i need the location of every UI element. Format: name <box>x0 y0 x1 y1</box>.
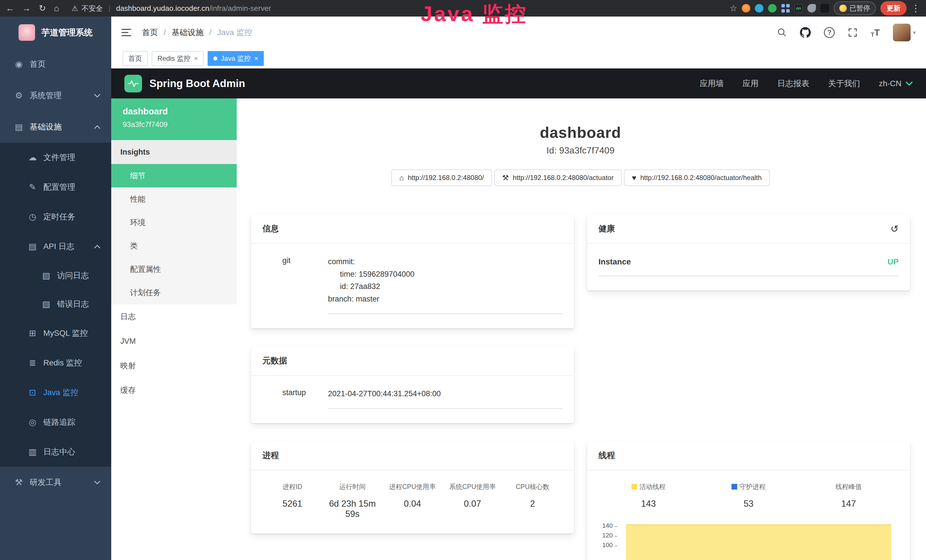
search-icon[interactable] <box>777 28 787 37</box>
timer-icon: ◷ <box>26 212 39 221</box>
history-icon[interactable]: ↺ <box>891 224 899 234</box>
sba-item-caches[interactable]: 缓存 <box>111 378 237 403</box>
sidebar-item-system-mgmt[interactable]: ⚙ 系统管理 <box>0 80 111 111</box>
tag-home[interactable]: 首页 <box>123 51 148 66</box>
sidebar-menu: ◉ 首页 ⚙ 系统管理 ▤ 基础设施 ☁ 文件管理 <box>0 48 111 498</box>
forward-icon[interactable]: → <box>22 4 31 12</box>
breadcrumb-separator: / <box>164 28 166 37</box>
sidebar-item-mysql-monitor[interactable]: ⊞ MySQL 监控 <box>0 318 111 348</box>
user-avatar[interactable]: ▾ <box>893 24 916 41</box>
sba-nav-about[interactable]: 关于我们 <box>828 78 860 89</box>
close-icon[interactable]: × <box>254 55 258 62</box>
extension-on-icon[interactable]: on <box>794 4 803 12</box>
sidebar-item-config-mgmt[interactable]: ✎ 配置管理 <box>0 172 111 202</box>
chevron-up-icon <box>94 125 100 129</box>
update-button[interactable]: 更新 <box>881 1 906 15</box>
address-divider: | <box>109 4 110 12</box>
sidebar-item-java-monitor[interactable]: ⊡ Java 监控 <box>0 378 111 407</box>
breadcrumb-infrastructure[interactable]: 基础设施 <box>172 27 204 38</box>
browser-home-icon[interactable]: ⌂ <box>54 4 59 12</box>
font-size-icon[interactable]: TT <box>871 27 880 38</box>
app-sidebar: 芋道管理系统 ◉ 首页 ⚙ 系统管理 ▤ 基础设施 ☁ <box>0 17 111 560</box>
close-icon[interactable]: × <box>194 55 198 62</box>
security-label[interactable]: 不安全 <box>82 4 103 13</box>
page-title: dashboard <box>251 124 910 141</box>
sba-item-jvm[interactable]: JVM <box>111 329 237 353</box>
health-url-button[interactable]: ♥ http://192.168.0.2:48080/actuator/heal… <box>624 170 770 186</box>
sidebar-item-api-logs[interactable]: ▤ API 日志 <box>0 232 111 261</box>
sba-item-classes[interactable]: 类 <box>111 234 237 257</box>
infrastructure-icon: ▤ <box>12 123 26 131</box>
sba-item-logs[interactable]: 日志 <box>111 304 237 329</box>
access-log-icon: ▨ <box>39 271 53 280</box>
tag-label: Redis 监控 <box>157 54 191 63</box>
avatar-image <box>893 24 911 41</box>
sba-instance-header[interactable]: dashboard 93a3fc7f7409 <box>111 98 237 140</box>
fullscreen-icon[interactable] <box>848 28 858 37</box>
bookmark-star-icon[interactable]: ☆ <box>729 4 737 12</box>
actuator-url-button[interactable]: ⚒ http://192.168.0.2:48080/actuator <box>494 170 622 186</box>
sba-item-metrics[interactable]: 性能 <box>111 188 237 211</box>
sba-brand[interactable]: Spring Boot Admin <box>150 77 245 89</box>
browser-menu-icon[interactable]: ⋮ <box>911 4 920 13</box>
app-logo[interactable]: 芋道管理系统 <box>0 17 111 48</box>
sidebar-item-file-mgmt[interactable]: ☁ 文件管理 <box>0 143 111 172</box>
sidebar-item-dev-tools[interactable]: ⚒ 研发工具 <box>0 467 111 498</box>
sba-item-config-properties[interactable]: 配置属性 <box>111 257 237 281</box>
sidebar-item-access-logs[interactable]: ▨ 访问日志 <box>0 261 111 290</box>
log-center-icon: ▥ <box>26 448 39 456</box>
extension-drop-icon[interactable] <box>755 4 763 12</box>
sba-locale-select[interactable]: zh-CN <box>879 79 913 88</box>
sidebar-item-redis-monitor[interactable]: ≣ Redis 监控 <box>0 348 111 378</box>
address-bar[interactable]: ⚠ 不安全 | dashboard.yudao.iocoder.cn/infra… <box>71 4 271 13</box>
card-title: 进程 <box>262 450 279 461</box>
sba-nav-applications[interactable]: 应用 <box>743 78 759 89</box>
instance-url-button[interactable]: ⌂ http://192.168.0.2:48080/ <box>391 170 492 186</box>
health-card: 健康 ↺ Instance UP <box>587 215 910 291</box>
breadcrumb-separator: / <box>209 28 212 37</box>
sba-item-mappings[interactable]: 映射 <box>111 353 237 378</box>
sba-item-environment[interactable]: 环境 <box>111 211 237 234</box>
sba-nav-wallboard[interactable]: 应用墙 <box>700 78 724 89</box>
breadcrumb: 首页 / 基础设施 / Java 监控 <box>142 27 253 38</box>
tag-redis-monitor[interactable]: Redis 监控 × <box>152 51 204 66</box>
page-url[interactable]: dashboard.yudao.iocoder.cn/infra/admin-s… <box>116 4 271 13</box>
sba-nav-journal[interactable]: 日志报表 <box>778 78 809 89</box>
sba-item-details[interactable]: 细节 <box>111 164 237 188</box>
extension-grid-icon[interactable] <box>781 4 790 12</box>
app-window: 芋道管理系统 ◉ 首页 ⚙ 系统管理 ▤ 基础设施 ☁ <box>0 17 926 560</box>
sidebar-item-log-center[interactable]: ▥ 日志中心 <box>0 437 111 467</box>
extension-green-icon[interactable] <box>768 4 776 12</box>
sidebar-item-error-logs[interactable]: ▧ 错误日志 <box>0 290 111 318</box>
extension-orange-icon[interactable] <box>742 4 750 12</box>
refresh-icon[interactable]: ↻ <box>39 4 46 12</box>
sidebar-item-label: 首页 <box>30 59 45 70</box>
app-title: 芋道管理系统 <box>41 27 93 38</box>
breadcrumb-home[interactable]: 首页 <box>142 27 158 38</box>
legend-blue-swatch-icon <box>731 484 737 490</box>
sidebar-item-infrastructure[interactable]: ▤ 基础设施 <box>0 111 111 143</box>
paused-label: 已暂停 <box>850 4 870 13</box>
sba-logo-icon[interactable] <box>124 75 142 92</box>
sidebar-item-label: 基础设施 <box>30 121 62 132</box>
sidebar-item-label: 访问日志 <box>57 270 89 281</box>
sidebar-item-tracing[interactable]: ◎ 链路追踪 <box>0 407 111 437</box>
health-row[interactable]: Instance UP <box>599 257 899 276</box>
extensions-puzzle-icon[interactable] <box>820 4 829 12</box>
back-icon[interactable]: ← <box>6 4 14 12</box>
redis-icon: ≣ <box>26 359 39 367</box>
sba-item-scheduled-tasks[interactable]: 计划任务 <box>111 281 237 304</box>
sidebar-item-home[interactable]: ◉ 首页 <box>0 48 111 80</box>
extension-gray-icon[interactable] <box>807 4 816 12</box>
instance-url: http://192.168.0.2:48080/ <box>408 174 484 182</box>
file-icon: ☁ <box>26 153 39 162</box>
github-icon[interactable] <box>800 27 811 38</box>
y-axis-tick: 120 <box>599 532 617 539</box>
instance-id-short: 93a3fc7f7409 <box>123 120 225 129</box>
help-icon[interactable]: ? <box>824 27 835 38</box>
paused-badge[interactable]: 已暂停 <box>834 2 876 15</box>
card-title: 元数据 <box>262 355 287 366</box>
sidebar-item-scheduled-jobs[interactable]: ◷ 定时任务 <box>0 202 111 232</box>
tag-java-monitor[interactable]: Java 监控 × <box>207 51 264 66</box>
sidebar-toggle-icon[interactable] <box>121 29 131 36</box>
